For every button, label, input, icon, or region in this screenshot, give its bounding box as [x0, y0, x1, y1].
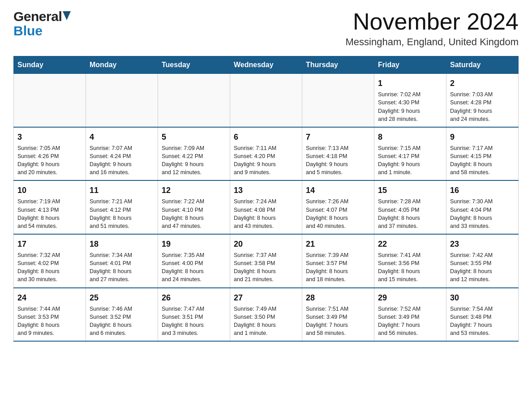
day-info: Sunrise: 7:13 AM Sunset: 4:18 PM Dayligh… — [306, 144, 370, 177]
weekday-header-monday: Monday — [86, 56, 158, 74]
calendar-cell: 29Sunrise: 7:52 AM Sunset: 3:49 PM Dayli… — [374, 288, 446, 342]
day-number: 18 — [90, 238, 154, 250]
weekday-header-saturday: Saturday — [446, 56, 519, 74]
weekday-header-friday: Friday — [374, 56, 446, 74]
day-info: Sunrise: 7:35 AM Sunset: 4:00 PM Dayligh… — [162, 251, 226, 284]
calendar-cell: 19Sunrise: 7:35 AM Sunset: 4:00 PM Dayli… — [158, 234, 230, 288]
day-info: Sunrise: 7:44 AM Sunset: 3:53 PM Dayligh… — [17, 305, 82, 338]
calendar-cell: 6Sunrise: 7:11 AM Sunset: 4:20 PM Daylig… — [230, 127, 302, 181]
day-number: 26 — [162, 292, 226, 304]
calendar-cell: 3Sunrise: 7:05 AM Sunset: 4:26 PM Daylig… — [14, 127, 86, 181]
day-number: 27 — [234, 292, 298, 304]
calendar-cell: 21Sunrise: 7:39 AM Sunset: 3:57 PM Dayli… — [302, 234, 374, 288]
calendar-cell: 16Sunrise: 7:30 AM Sunset: 4:04 PM Dayli… — [446, 180, 519, 234]
day-info: Sunrise: 7:39 AM Sunset: 3:57 PM Dayligh… — [306, 251, 370, 284]
logo-blue-text: Blue — [13, 23, 43, 39]
day-number: 2 — [450, 77, 515, 89]
day-number: 24 — [17, 292, 82, 304]
calendar-cell: 18Sunrise: 7:34 AM Sunset: 4:01 PM Dayli… — [86, 234, 158, 288]
logo-triangle-icon — [63, 11, 71, 20]
day-info: Sunrise: 7:22 AM Sunset: 4:10 PM Dayligh… — [162, 197, 226, 230]
day-number: 19 — [162, 238, 226, 250]
calendar-cell: 2Sunrise: 7:03 AM Sunset: 4:28 PM Daylig… — [446, 74, 519, 127]
day-number: 20 — [234, 238, 298, 250]
calendar-cell: 8Sunrise: 7:15 AM Sunset: 4:17 PM Daylig… — [374, 127, 446, 181]
day-info: Sunrise: 7:41 AM Sunset: 3:56 PM Dayligh… — [378, 251, 442, 284]
location-title: Messingham, England, United Kingdom — [346, 36, 519, 48]
day-info: Sunrise: 7:34 AM Sunset: 4:01 PM Dayligh… — [90, 251, 154, 284]
calendar-week-row: 24Sunrise: 7:44 AM Sunset: 3:53 PM Dayli… — [14, 288, 519, 342]
day-number: 25 — [90, 292, 154, 304]
calendar-cell: 24Sunrise: 7:44 AM Sunset: 3:53 PM Dayli… — [14, 288, 86, 342]
calendar-cell: 1Sunrise: 7:02 AM Sunset: 4:30 PM Daylig… — [374, 74, 446, 127]
day-number: 8 — [378, 131, 442, 143]
day-info: Sunrise: 7:52 AM Sunset: 3:49 PM Dayligh… — [378, 305, 442, 338]
calendar-header-row: SundayMondayTuesdayWednesdayThursdayFrid… — [14, 56, 519, 74]
calendar-cell — [230, 74, 302, 127]
calendar-week-row: 3Sunrise: 7:05 AM Sunset: 4:26 PM Daylig… — [14, 127, 519, 181]
day-info: Sunrise: 7:02 AM Sunset: 4:30 PM Dayligh… — [378, 90, 442, 123]
day-info: Sunrise: 7:51 AM Sunset: 3:49 PM Dayligh… — [306, 305, 370, 338]
calendar-cell: 22Sunrise: 7:41 AM Sunset: 3:56 PM Dayli… — [374, 234, 446, 288]
day-info: Sunrise: 7:05 AM Sunset: 4:26 PM Dayligh… — [17, 144, 82, 177]
day-number: 3 — [17, 131, 82, 143]
calendar-cell: 23Sunrise: 7:42 AM Sunset: 3:55 PM Dayli… — [446, 234, 519, 288]
day-number: 9 — [450, 131, 515, 143]
calendar-cell — [158, 74, 230, 127]
calendar-cell: 7Sunrise: 7:13 AM Sunset: 4:18 PM Daylig… — [302, 127, 374, 181]
day-number: 11 — [90, 184, 154, 196]
calendar-cell: 12Sunrise: 7:22 AM Sunset: 4:10 PM Dayli… — [158, 180, 230, 234]
day-info: Sunrise: 7:07 AM Sunset: 4:24 PM Dayligh… — [90, 144, 154, 177]
weekday-header-wednesday: Wednesday — [230, 56, 302, 74]
weekday-header-thursday: Thursday — [302, 56, 374, 74]
day-number: 15 — [378, 184, 442, 196]
calendar-cell: 20Sunrise: 7:37 AM Sunset: 3:58 PM Dayli… — [230, 234, 302, 288]
calendar-cell: 5Sunrise: 7:09 AM Sunset: 4:22 PM Daylig… — [158, 127, 230, 181]
day-info: Sunrise: 7:42 AM Sunset: 3:55 PM Dayligh… — [450, 251, 515, 284]
day-number: 4 — [90, 131, 154, 143]
month-title: November 2024 — [346, 9, 519, 34]
day-info: Sunrise: 7:47 AM Sunset: 3:51 PM Dayligh… — [162, 305, 226, 338]
day-number: 29 — [378, 292, 442, 304]
day-number: 23 — [450, 238, 515, 250]
page-header: General Blue November 2024 Messingham, E… — [13, 9, 519, 48]
day-info: Sunrise: 7:17 AM Sunset: 4:15 PM Dayligh… — [450, 144, 515, 177]
calendar-cell: 9Sunrise: 7:17 AM Sunset: 4:15 PM Daylig… — [446, 127, 519, 181]
day-info: Sunrise: 7:11 AM Sunset: 4:20 PM Dayligh… — [234, 144, 298, 177]
day-info: Sunrise: 7:26 AM Sunset: 4:07 PM Dayligh… — [306, 197, 370, 230]
day-number: 22 — [378, 238, 442, 250]
calendar-cell: 17Sunrise: 7:32 AM Sunset: 4:02 PM Dayli… — [14, 234, 86, 288]
day-info: Sunrise: 7:54 AM Sunset: 3:48 PM Dayligh… — [450, 305, 515, 338]
calendar-cell — [86, 74, 158, 127]
weekday-header-tuesday: Tuesday — [158, 56, 230, 74]
calendar-cell: 30Sunrise: 7:54 AM Sunset: 3:48 PM Dayli… — [446, 288, 519, 342]
logo-general-text: General — [13, 9, 62, 24]
day-number: 30 — [450, 292, 515, 304]
day-number: 14 — [306, 184, 370, 196]
day-number: 12 — [162, 184, 226, 196]
day-number: 28 — [306, 292, 370, 304]
day-info: Sunrise: 7:09 AM Sunset: 4:22 PM Dayligh… — [162, 144, 226, 177]
day-info: Sunrise: 7:03 AM Sunset: 4:28 PM Dayligh… — [450, 90, 515, 123]
calendar-cell: 10Sunrise: 7:19 AM Sunset: 4:13 PM Dayli… — [14, 180, 86, 234]
calendar-week-row: 1Sunrise: 7:02 AM Sunset: 4:30 PM Daylig… — [14, 74, 519, 127]
day-number: 6 — [234, 131, 298, 143]
day-number: 21 — [306, 238, 370, 250]
calendar-cell: 13Sunrise: 7:24 AM Sunset: 4:08 PM Dayli… — [230, 180, 302, 234]
day-info: Sunrise: 7:24 AM Sunset: 4:08 PM Dayligh… — [234, 197, 298, 230]
calendar-week-row: 17Sunrise: 7:32 AM Sunset: 4:02 PM Dayli… — [14, 234, 519, 288]
day-info: Sunrise: 7:30 AM Sunset: 4:04 PM Dayligh… — [450, 197, 515, 230]
calendar-cell: 27Sunrise: 7:49 AM Sunset: 3:50 PM Dayli… — [230, 288, 302, 342]
day-number: 1 — [378, 77, 442, 89]
calendar-cell: 28Sunrise: 7:51 AM Sunset: 3:49 PM Dayli… — [302, 288, 374, 342]
logo: General Blue — [13, 9, 71, 39]
day-number: 7 — [306, 131, 370, 143]
calendar-cell — [14, 74, 86, 127]
calendar-cell: 4Sunrise: 7:07 AM Sunset: 4:24 PM Daylig… — [86, 127, 158, 181]
calendar-week-row: 10Sunrise: 7:19 AM Sunset: 4:13 PM Dayli… — [14, 180, 519, 234]
day-number: 16 — [450, 184, 515, 196]
day-info: Sunrise: 7:46 AM Sunset: 3:52 PM Dayligh… — [90, 305, 154, 338]
day-info: Sunrise: 7:19 AM Sunset: 4:13 PM Dayligh… — [17, 197, 82, 230]
day-number: 13 — [234, 184, 298, 196]
calendar-cell — [302, 74, 374, 127]
